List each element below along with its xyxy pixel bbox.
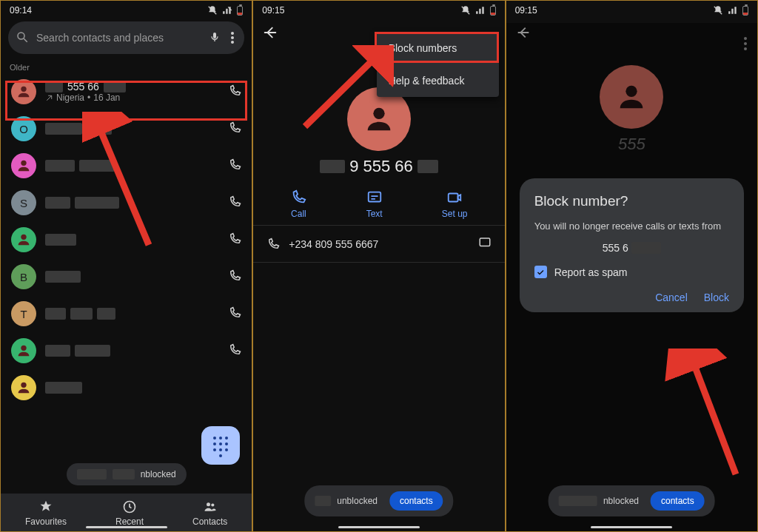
action-text[interactable]: Text [366,189,383,219]
avatar-icon [11,153,36,178]
unblocked-toast: xunblocked contacts [304,485,453,516]
call-row[interactable]: T x x x [1,295,252,332]
gesture-bar [591,526,672,528]
call-row[interactable]: x [1,221,252,258]
dialog-title: Block number? [534,193,729,209]
kebab-icon[interactable] [228,32,237,44]
avatar-icon [11,375,36,400]
call-number: 555 66 [67,81,99,92]
svg-rect-20 [480,238,490,246]
menu-help-feedback[interactable]: Help & feedback [377,64,499,97]
block-dialog: Block number? You will no longer receive… [520,178,744,312]
avatar-letter: S [11,190,36,215]
panel-recents: 09:14 Search contacts and places Older [0,0,252,532]
battery-icon [237,6,243,16]
call-button-icon[interactable] [228,195,241,211]
menu-block-numbers[interactable]: Block numbers [377,32,499,64]
unblocked-toast: xnblocked contacts [549,485,715,516]
svg-point-10 [21,383,26,388]
location: Nigeria [56,92,84,103]
nav-contacts[interactable]: Contacts [192,499,227,527]
call-row[interactable]: x x [1,147,252,184]
panel-contact-detail: 09:15 Block numbers Help & feedback x 9 … [252,0,505,532]
svg-point-6 [21,87,26,92]
signal-icon [475,5,486,16]
call-button-icon[interactable] [228,232,241,248]
nav-recent[interactable]: Recent [115,499,144,527]
phone-icon [266,238,280,251]
toast-contacts-btn[interactable]: contacts [389,491,443,511]
toast-contacts-btn[interactable]: contacts [651,491,705,511]
call-button-icon[interactable] [228,84,241,100]
call-row[interactable]: x [1,369,252,400]
battery-icon [490,6,496,16]
report-spam-checkbox[interactable]: Report as spam [534,263,729,292]
message-icon[interactable] [478,236,492,252]
nav-favourites[interactable]: Favourites [25,499,67,527]
signal-icon [728,5,738,16]
svg-point-8 [21,235,26,240]
outgoing-arrow-icon [45,94,53,102]
phone-number-row[interactable]: +234 809 555 6667 [253,225,504,263]
overflow-menu: Block numbers Help & feedback [377,32,499,97]
clock: 09:15 [515,5,537,16]
action-call[interactable]: Call [290,189,306,219]
svg-point-2 [18,33,24,39]
call-row[interactable]: S x xx [1,184,252,221]
call-row[interactable]: B x [1,258,252,295]
dialog-block[interactable]: Block [704,292,729,303]
unblocked-toast: xxnblocked [67,463,187,485]
gesture-bar [338,526,420,528]
avatar-icon [11,338,36,363]
status-bar: 09:15 [253,1,504,17]
search-placeholder: Search contacts and places [36,32,201,44]
dnd-off-icon [713,5,723,16]
call-button-icon[interactable] [228,306,241,322]
dialog-cancel[interactable]: Cancel [655,292,688,303]
call-button-icon[interactable] [228,158,241,174]
panel-block-dialog: 09:15 555 Block number? You will no long… [506,0,758,532]
avatar-icon [11,227,36,252]
svg-point-12 [207,502,210,506]
clock: 09:15 [262,5,284,16]
call-button-icon[interactable] [228,269,241,285]
avatar-letter: B [11,264,36,289]
clock: 09:14 [10,5,32,16]
mic-icon[interactable] [209,31,221,45]
call-button-icon[interactable] [228,121,241,137]
svg-rect-19 [449,194,458,202]
status-bar: 09:15 [506,1,757,17]
svg-point-9 [21,346,26,351]
call-row[interactable]: O xxx xx [1,110,252,147]
search-bar[interactable]: Search contacts and places [8,21,244,54]
svg-point-7 [21,161,26,166]
contact-number: x 9 555 66 x [253,157,504,176]
call-row[interactable]: x x [1,332,252,369]
older-label: Older [1,58,252,73]
battery-icon [742,6,748,16]
dialog-body: You will no longer receive calls or text… [534,220,729,233]
call-date: 16 Jan [93,92,120,103]
signal-icon [222,5,232,16]
svg-point-13 [211,503,214,506]
svg-point-17 [373,108,384,119]
status-bar: 09:14 [1,1,252,17]
avatar-icon [11,79,36,104]
svg-rect-4 [213,33,216,38]
avatar-letter: T [11,301,36,326]
dnd-off-icon [460,5,471,16]
call-button-icon[interactable] [228,343,241,359]
call-row[interactable]: xx555 66xxx Nigeria • 16 Jan [1,73,252,110]
avatar-letter: O [11,116,36,141]
gesture-bar [86,526,167,528]
back-button[interactable] [262,24,278,43]
action-setup[interactable]: Set up [442,189,468,219]
dialpad-fab[interactable] [201,426,240,465]
search-icon [16,30,29,46]
svg-line-3 [24,38,27,42]
dnd-off-icon [207,5,218,16]
